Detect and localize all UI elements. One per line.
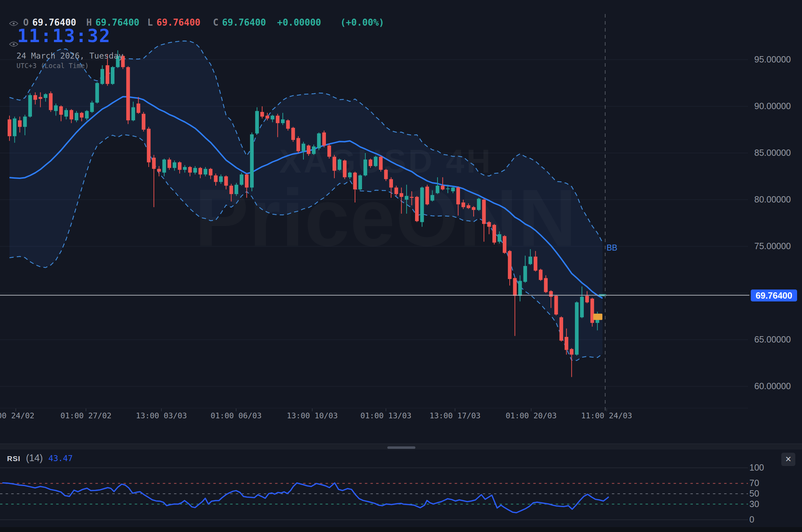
bb-band-label: BB: [607, 243, 617, 253]
pane-resize-handle[interactable]: [387, 446, 415, 449]
low-value: 69.76400: [156, 17, 200, 28]
time-axis-label: 11:00 24/03: [581, 411, 632, 420]
rsi-header: RSI (14) 43.47: [7, 453, 73, 464]
price-axis-label: 75.00000: [754, 241, 791, 251]
price-chart-canvas[interactable]: XAGUSD 4HPriceONN: [0, 0, 802, 532]
price-axis-label: 60.00000: [754, 381, 791, 391]
rsi-value: 43.47: [48, 454, 73, 463]
date-label: 24 March 2026, Tuesday: [16, 51, 123, 60]
time-axis-label: 01:00 20/03: [506, 411, 557, 420]
bottom-edge: [0, 527, 802, 532]
low-label: L: [147, 17, 153, 28]
price-axis-label: 65.00000: [754, 334, 791, 345]
rsi-axis-label: 30: [749, 499, 759, 509]
time-axis-label: 01:00 27/02: [60, 411, 112, 420]
time-axis-label: 01:00 06/03: [210, 411, 262, 420]
clock: 11:13:32: [17, 25, 111, 46]
close-label: C: [213, 17, 219, 28]
rsi-axis-label: 70: [749, 478, 759, 488]
time-axis-label: 13:00 03/03: [136, 411, 187, 420]
change-value: +0.00000: [277, 17, 321, 28]
current-price-badge: 69.76400: [751, 290, 797, 301]
rsi-axis-label: 50: [749, 488, 759, 499]
rsi-period: (14): [26, 453, 43, 464]
price-axis-label: 95.00000: [754, 54, 791, 65]
price-axis-label: 80.00000: [754, 194, 791, 205]
time-axis-label: 13:00 17/03: [429, 411, 481, 420]
time-axis-label: 00 24/02: [0, 411, 34, 420]
rsi-close-button[interactable]: ✕: [781, 453, 795, 466]
time-axis-label: 01:00 13/03: [360, 411, 412, 420]
rsi-axis-label: 100: [749, 463, 764, 473]
price-axis-label: 85.00000: [754, 148, 791, 158]
rsi-axis-label: 0: [749, 514, 754, 525]
time-axis-label: 13:00 10/03: [287, 411, 338, 420]
timezone-label: UTC+3 (Local Time): [16, 62, 89, 69]
trading-app: XAGUSD 4HPriceONN O 69.76400 H 69.76400 …: [0, 0, 802, 532]
close-value: 69.76400: [222, 17, 266, 28]
change-percent: (+0.00%): [340, 17, 384, 28]
eye-icon[interactable]: [9, 41, 18, 47]
price-axis-label: 90.00000: [754, 101, 791, 111]
rsi-title: RSI: [7, 454, 20, 463]
